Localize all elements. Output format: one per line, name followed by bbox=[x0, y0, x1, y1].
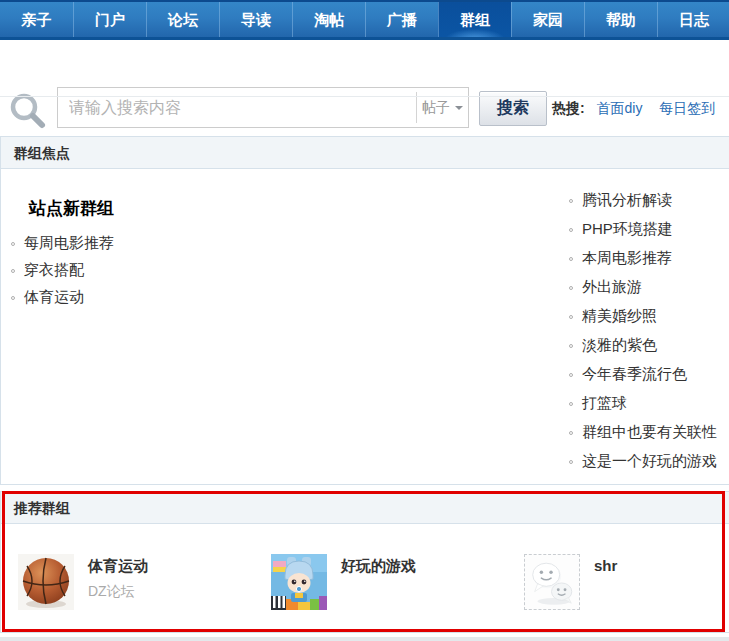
bullet-icon bbox=[569, 373, 573, 377]
nav-tab-bangzhu[interactable]: 帮助 bbox=[584, 2, 657, 37]
list-item[interactable]: 腾讯分析解读 bbox=[569, 185, 717, 214]
bullet-icon bbox=[569, 431, 573, 435]
list-item[interactable]: 体育运动 bbox=[11, 283, 114, 310]
group-name[interactable]: shr bbox=[594, 557, 617, 574]
nav-tab-rizhi[interactable]: 日志 bbox=[657, 2, 729, 37]
bullet-icon bbox=[569, 315, 573, 319]
page-bottom-divider bbox=[0, 637, 729, 641]
focus-panel-title: 群组焦点 bbox=[1, 137, 729, 169]
breadcrumb: 〉 群组 bbox=[0, 97, 729, 136]
nav-tab-luntan[interactable]: 论坛 bbox=[146, 2, 219, 37]
bullet-icon bbox=[569, 460, 573, 464]
default-group-image bbox=[524, 554, 580, 610]
group-info: shr bbox=[594, 554, 617, 610]
list-item[interactable]: PHP环境搭建 bbox=[569, 214, 717, 243]
bullet-icon bbox=[11, 296, 15, 300]
list-item-label: 本周电影推荐 bbox=[582, 249, 672, 266]
recommend-panel: 推荐群组 bbox=[0, 491, 729, 633]
list-item-label: 外出旅游 bbox=[582, 278, 642, 295]
basketball-image bbox=[18, 554, 74, 610]
list-item-label: 每周电影推荐 bbox=[24, 234, 114, 251]
group-name[interactable]: 好玩的游戏 bbox=[341, 557, 416, 576]
bullet-icon bbox=[11, 242, 15, 246]
list-item-label: 淡雅的紫色 bbox=[582, 336, 657, 353]
list-item[interactable]: 穿衣搭配 bbox=[11, 256, 114, 283]
list-item-label: 这是一个好玩的游戏 bbox=[582, 452, 717, 469]
group-info: 体育运动 DZ论坛 bbox=[88, 554, 148, 610]
search-bar: 帖子 搜索 热搜: 首面diy 每日签到 新 bbox=[0, 40, 729, 97]
group-card-shr[interactable]: shr bbox=[524, 554, 729, 610]
list-item[interactable]: 群组中也要有关联性 bbox=[569, 417, 717, 446]
list-item-label: 打篮球 bbox=[582, 394, 627, 411]
bullet-icon bbox=[569, 402, 573, 406]
focus-panel-body: 站点新群组 每周电影推荐 穿衣搭配 体育运动 腾讯分析解读 PHP环境搭建 本周… bbox=[1, 169, 729, 484]
list-item[interactable]: 每周电影推荐 bbox=[11, 229, 114, 256]
list-item[interactable]: 打篮球 bbox=[569, 388, 717, 417]
group-info: 好玩的游戏 bbox=[341, 554, 416, 610]
bullet-icon bbox=[569, 199, 573, 203]
new-groups-list: 每周电影推荐 穿衣搭配 体育运动 bbox=[11, 229, 114, 310]
nav-tab-jiayuan[interactable]: 家园 bbox=[511, 2, 584, 37]
focus-panel: 群组焦点 站点新群组 每周电影推荐 穿衣搭配 体育运动 腾讯分析解读 PHP环境… bbox=[0, 136, 729, 485]
bullet-icon bbox=[569, 228, 573, 232]
bullet-icon bbox=[11, 269, 15, 273]
group-desc: DZ论坛 bbox=[88, 583, 148, 601]
list-item-label: 群组中也要有关联性 bbox=[582, 423, 717, 440]
list-item[interactable]: 今年春季流行色 bbox=[569, 359, 717, 388]
list-item-label: 体育运动 bbox=[24, 288, 84, 305]
list-item-label: 今年春季流行色 bbox=[582, 365, 687, 382]
list-item-label: 腾讯分析解读 bbox=[582, 191, 672, 208]
nav-tab-taotie[interactable]: 淘帖 bbox=[292, 2, 365, 37]
list-item-label: 穿衣搭配 bbox=[24, 261, 84, 278]
list-item-label: 精美婚纱照 bbox=[582, 307, 657, 324]
list-item[interactable]: 精美婚纱照 bbox=[569, 301, 717, 330]
bullet-icon bbox=[569, 344, 573, 348]
recommend-panel-title: 推荐群组 bbox=[1, 492, 729, 524]
nav-tab-guangbo[interactable]: 广播 bbox=[365, 2, 438, 37]
list-item[interactable]: 淡雅的紫色 bbox=[569, 330, 717, 359]
nav-tab-qunzu[interactable]: 群组 bbox=[438, 2, 511, 37]
bullet-icon bbox=[569, 286, 573, 290]
new-groups-heading: 站点新群组 bbox=[29, 197, 114, 220]
list-item[interactable]: 本周电影推荐 bbox=[569, 243, 717, 272]
recommend-panel-body: 体育运动 DZ论坛 bbox=[1, 524, 729, 610]
list-item-label: PHP环境搭建 bbox=[582, 220, 673, 237]
bullet-icon bbox=[569, 257, 573, 261]
focus-topics-list: 腾讯分析解读 PHP环境搭建 本周电影推荐 外出旅游 精美婚纱照 淡雅的紫色 今… bbox=[569, 185, 717, 475]
nav-tab-daodu[interactable]: 导读 bbox=[219, 2, 292, 37]
top-nav: 亲子 门户 论坛 导读 淘帖 广播 群组 家园 帮助 日志 bbox=[0, 0, 729, 40]
list-item[interactable]: 这是一个好玩的游戏 bbox=[569, 446, 717, 475]
doll-image bbox=[271, 554, 327, 610]
nav-tab-qinzi[interactable]: 亲子 bbox=[0, 2, 73, 37]
page: 亲子 门户 论坛 导读 淘帖 广播 群组 家园 帮助 日志 帖子 搜索 热搜: … bbox=[0, 0, 729, 641]
group-card-sports[interactable]: 体育运动 DZ论坛 bbox=[18, 554, 271, 610]
group-name[interactable]: 体育运动 bbox=[88, 557, 148, 576]
list-item[interactable]: 外出旅游 bbox=[569, 272, 717, 301]
nav-tab-menhu[interactable]: 门户 bbox=[73, 2, 146, 37]
group-card-games[interactable]: 好玩的游戏 bbox=[271, 554, 524, 610]
